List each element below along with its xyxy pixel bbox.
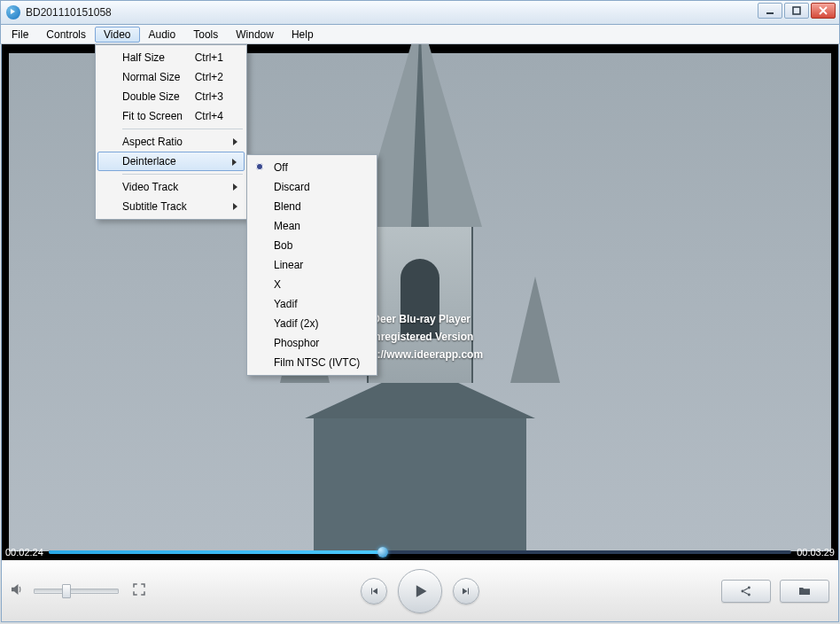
- video-menu-half-size[interactable]: Half Size Ctrl+1: [97, 48, 245, 67]
- next-button[interactable]: [453, 578, 479, 604]
- video-menu-subtitle-track[interactable]: Subtitle Track: [97, 197, 245, 216]
- deinterlace-yadif[interactable]: Yadif: [249, 294, 375, 314]
- open-folder-button[interactable]: [780, 580, 829, 603]
- minimize-button[interactable]: [758, 3, 782, 19]
- right-controls: [721, 580, 829, 603]
- video-menu-video-track[interactable]: Video Track: [97, 177, 245, 197]
- chevron-right-icon: [233, 203, 237, 210]
- video-dropdown: Half Size Ctrl+1 Normal Size Ctrl+2 Doub…: [95, 44, 247, 220]
- timeline: 00:02:24 00:03:29: [2, 544, 838, 560]
- deinterlace-mean[interactable]: Mean: [249, 216, 375, 236]
- content-area: iDeer Blu-ray Player Unregistered Versio…: [1, 44, 839, 560]
- titlebar: BD201110151058: [0, 0, 840, 25]
- video-menu-double-size[interactable]: Double Size Ctrl+3: [97, 87, 245, 106]
- window-buttons: [758, 3, 836, 19]
- seek-fill: [49, 550, 383, 554]
- deinterlace-bob[interactable]: Bob: [249, 236, 375, 255]
- control-bar: [1, 560, 839, 622]
- app-icon: [6, 5, 20, 20]
- menu-audio[interactable]: Audio: [140, 27, 185, 43]
- volume-thumb[interactable]: [62, 584, 71, 598]
- chevron-right-icon: [233, 138, 237, 145]
- deinterlace-x[interactable]: X: [249, 275, 375, 294]
- deinterlace-yadif-2x[interactable]: Yadif (2x): [249, 314, 375, 333]
- radio-selected-icon: [256, 163, 263, 170]
- svg-point-4: [748, 593, 751, 596]
- menu-video[interactable]: Video: [95, 27, 139, 43]
- video-graphic: [314, 418, 526, 551]
- svg-rect-0: [766, 12, 774, 14]
- menu-help[interactable]: Help: [283, 27, 323, 43]
- deinterlace-linear[interactable]: Linear: [249, 255, 375, 275]
- previous-button[interactable]: [361, 578, 387, 604]
- chevron-right-icon: [233, 183, 237, 191]
- fullscreen-button[interactable]: [131, 581, 147, 600]
- video-area[interactable]: iDeer Blu-ray Player Unregistered Versio…: [2, 44, 838, 560]
- svg-rect-1: [793, 7, 800, 14]
- menu-file[interactable]: File: [3, 27, 37, 43]
- video-menu-deinterlace[interactable]: Deinterlace: [97, 152, 245, 171]
- playback-controls: [361, 569, 479, 613]
- deinterlace-phosphor[interactable]: Phosphor: [249, 333, 375, 353]
- svg-point-2: [742, 589, 744, 592]
- seek-track[interactable]: [49, 550, 791, 554]
- video-menu-fit-to-screen[interactable]: Fit to Screen Ctrl+4: [97, 106, 245, 126]
- menu-separator: [122, 129, 243, 129]
- deinterlace-discard[interactable]: Discard: [249, 177, 375, 197]
- close-button[interactable]: [811, 3, 836, 19]
- menubar: File Controls Video Audio Tools Window H…: [0, 25, 840, 44]
- menu-window[interactable]: Window: [227, 27, 283, 43]
- menu-controls[interactable]: Controls: [37, 27, 95, 43]
- time-current: 00:02:24: [5, 547, 43, 558]
- deinterlace-off[interactable]: Off: [249, 158, 375, 177]
- menu-separator: [122, 174, 243, 175]
- maximize-button[interactable]: [784, 3, 809, 19]
- share-button[interactable]: [721, 580, 771, 603]
- play-button[interactable]: [398, 569, 442, 613]
- deinterlace-dropdown: Off Discard Blend Mean Bob Linear X Yadi…: [246, 154, 377, 376]
- chevron-right-icon: [232, 159, 237, 166]
- seek-thumb[interactable]: [377, 547, 388, 558]
- svg-point-3: [748, 586, 751, 589]
- volume-icon[interactable]: [9, 581, 25, 600]
- video-menu-normal-size[interactable]: Normal Size Ctrl+2: [97, 67, 245, 87]
- window-title: BD201110151058: [26, 6, 112, 19]
- deinterlace-blend[interactable]: Blend: [249, 197, 375, 216]
- video-menu-aspect-ratio[interactable]: Aspect Ratio: [97, 132, 245, 152]
- deinterlace-film-ntsc[interactable]: Film NTSC (IVTC): [249, 353, 375, 372]
- time-total: 00:03:29: [797, 547, 835, 558]
- volume-slider[interactable]: [34, 589, 119, 594]
- menu-tools[interactable]: Tools: [184, 27, 227, 43]
